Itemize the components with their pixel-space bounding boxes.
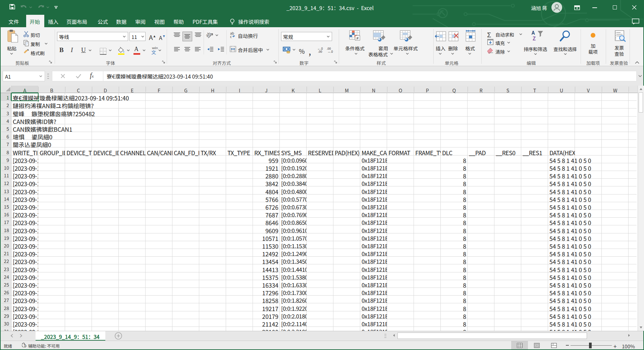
svg-text:≠: ≠ bbox=[356, 35, 359, 41]
svg-text:c: c bbox=[230, 34, 232, 39]
svg-text:?: ? bbox=[24, 343, 26, 348]
svg-text:→.0: →.0 bbox=[327, 49, 333, 54]
svg-text:.00: .00 bbox=[318, 49, 322, 54]
